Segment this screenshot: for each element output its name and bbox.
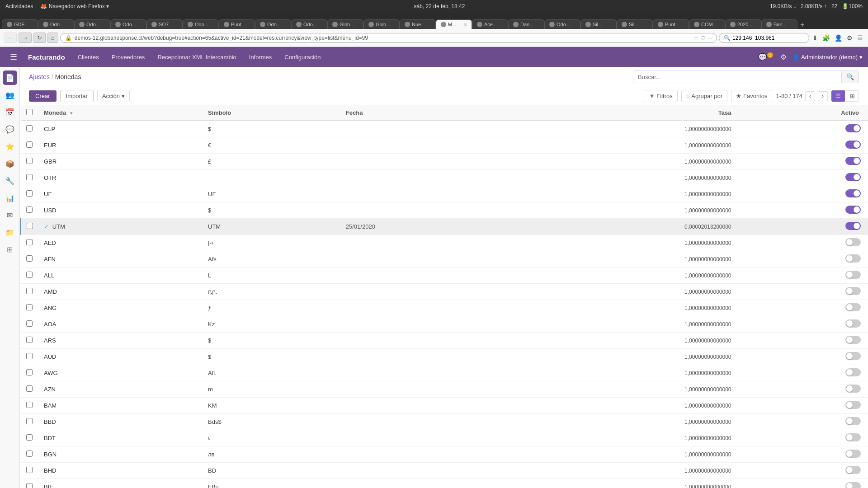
row-checkbox-cell[interactable] (21, 219, 39, 235)
row-checkbox-cell[interactable] (21, 349, 39, 365)
table-row[interactable]: ARS $ 1,00000000000000 (21, 333, 868, 349)
table-row[interactable]: AWG Afl. 1,00000000000000 (21, 365, 868, 381)
row-checkbox[interactable] (26, 434, 33, 441)
sidebar-icon-apps[interactable]: 📦 (3, 156, 17, 171)
toggle-track[interactable] (845, 401, 861, 409)
toggle-gbr[interactable] (845, 157, 861, 165)
browser-label[interactable]: 🦊 Navegador web Firefox ▾ (40, 3, 109, 9)
row-checkbox[interactable] (26, 141, 33, 148)
cell-activo[interactable] (737, 316, 868, 333)
cell-activo[interactable] (737, 463, 868, 479)
cell-activo[interactable] (737, 235, 868, 251)
odoo-appname[interactable]: Facturando (22, 53, 71, 61)
favoritos-button[interactable]: ★ Favoritos (731, 90, 772, 102)
row-checkbox[interactable] (26, 206, 33, 213)
browser-search-bar[interactable]: 🔍 (719, 33, 809, 43)
toggle-eur[interactable] (845, 141, 861, 149)
browser-tab-2020[interactable]: 2020... (725, 19, 761, 29)
table-row[interactable]: BBD Bds$ 1,00000000000000 (21, 414, 868, 430)
row-checkbox-cell[interactable] (21, 235, 39, 251)
toggle-all[interactable] (845, 271, 861, 279)
row-checkbox-cell[interactable] (21, 333, 39, 349)
settings-gear-icon[interactable]: ⚙ (778, 51, 788, 63)
row-checkbox-cell[interactable] (21, 186, 39, 202)
browser-tab-odo4[interactable]: Odo... (183, 19, 219, 29)
toggle-otr[interactable] (845, 173, 861, 181)
odoo-menu-item-configuracion[interactable]: Configuración (278, 47, 327, 67)
row-checkbox[interactable] (26, 483, 33, 488)
back-button[interactable]: ← (4, 33, 17, 43)
crear-button[interactable]: Crear (29, 90, 57, 102)
table-row[interactable]: ✓ UTM UTM 25/01/2020 0,00002013200000 (21, 219, 868, 235)
settings-icon[interactable]: ⚙ (845, 33, 854, 43)
table-row[interactable]: BDT ৳ 1,00000000000000 (21, 430, 868, 446)
address-bar[interactable]: 🔒 ☆ 🛡 ··· (60, 33, 717, 43)
toggle-ars[interactable] (845, 336, 861, 344)
row-checkbox-cell[interactable] (21, 316, 39, 333)
browser-tab-odo1[interactable]: Odo... (38, 19, 74, 29)
odoo-menu-item-clientes[interactable]: Clientes (71, 47, 105, 67)
main-search-input[interactable] (633, 71, 841, 83)
agrupar-button[interactable]: ≡ Agrupar por (681, 90, 727, 102)
row-checkbox-cell[interactable] (21, 430, 39, 446)
toggle-bhd[interactable] (845, 466, 861, 474)
main-search-bar[interactable]: 🔍 (633, 70, 859, 83)
browser-tab-odo5[interactable]: Odo... (255, 19, 291, 29)
toggle-track[interactable] (845, 173, 861, 181)
toggle-bgn[interactable] (845, 450, 861, 458)
row-checkbox-cell[interactable] (21, 202, 39, 219)
row-checkbox[interactable] (26, 369, 33, 375)
activities-label[interactable]: Actividades (5, 3, 33, 9)
search-submit-button[interactable]: 🔍 (841, 71, 859, 83)
col-header-simbolo[interactable]: Símbolo (203, 105, 340, 121)
download-icon[interactable]: ⬇ (811, 33, 819, 43)
row-checkbox[interactable] (26, 174, 33, 180)
browser-tab-sil1[interactable]: Sil... (580, 19, 617, 29)
browser-tab-odo7[interactable]: Odo... (544, 19, 580, 29)
row-checkbox-cell[interactable] (21, 154, 39, 170)
toggle-bif[interactable] (845, 482, 861, 488)
row-checkbox-cell[interactable] (21, 267, 39, 284)
filtros-button[interactable]: ▼ Filtros (644, 90, 677, 102)
bookmark-icon[interactable]: ☆ (693, 35, 698, 41)
table-row[interactable]: BGN лв 1,00000000000000 (21, 446, 868, 463)
row-checkbox-cell[interactable] (21, 446, 39, 463)
toggle-track[interactable] (845, 157, 861, 165)
odoo-menu-item-recepcionar[interactable]: Recepcionar XML Intercambio (151, 47, 242, 67)
toggle-utm[interactable] (845, 222, 861, 230)
cell-activo[interactable] (737, 349, 868, 365)
cell-activo[interactable] (737, 170, 868, 186)
browser-tab-ban[interactable]: Ban... (761, 19, 797, 29)
cell-activo[interactable] (737, 186, 868, 202)
toggle-azn[interactable] (845, 385, 861, 393)
browser-tab-nue[interactable]: Nue... (400, 19, 436, 29)
toggle-track[interactable] (845, 206, 861, 214)
list-view-button[interactable]: ☰ (831, 90, 845, 102)
cell-activo[interactable] (737, 479, 868, 488)
row-checkbox[interactable] (26, 402, 33, 408)
row-checkbox-cell[interactable] (21, 170, 39, 186)
browser-tab-odo2[interactable]: Odo... (74, 19, 110, 29)
sidebar-icon-folder[interactable]: 📁 (3, 225, 17, 239)
row-checkbox[interactable] (26, 320, 33, 327)
row-checkbox-cell[interactable] (21, 365, 39, 381)
browser-tab-gde[interactable]: GDE (2, 19, 38, 29)
browser-tab-com[interactable]: COM (689, 19, 725, 29)
more-icon[interactable]: ··· (708, 35, 712, 41)
browser-tab-glob2[interactable]: Glob... (363, 19, 400, 29)
row-checkbox[interactable] (26, 288, 33, 294)
select-all-header[interactable] (21, 105, 39, 121)
toggle-track[interactable] (845, 287, 861, 295)
cell-activo[interactable] (737, 251, 868, 267)
sidebar-icon-email[interactable]: ✉ (3, 208, 17, 222)
cell-activo[interactable] (737, 430, 868, 446)
toggle-amd[interactable] (845, 287, 861, 295)
row-checkbox[interactable] (26, 385, 33, 392)
toggle-track[interactable] (845, 124, 861, 132)
toggle-track[interactable] (845, 352, 861, 360)
row-checkbox[interactable] (26, 255, 33, 262)
toggle-bdt[interactable] (845, 433, 861, 441)
table-row[interactable]: OTR 1,00000000000000 (21, 170, 868, 186)
cell-activo[interactable] (737, 219, 868, 235)
row-checkbox[interactable] (26, 467, 33, 473)
